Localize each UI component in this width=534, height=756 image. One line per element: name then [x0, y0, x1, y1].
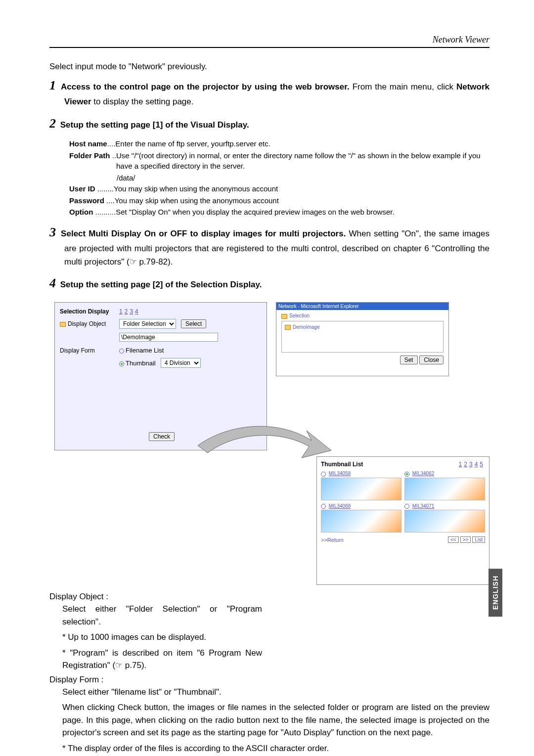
thumbnail-list-title: Thumbnail List: [321, 461, 363, 468]
display-form-head: Display Form :: [49, 675, 490, 685]
folder-icon: [281, 314, 287, 319]
select-button[interactable]: Select: [181, 319, 206, 328]
language-tab: ENGLISH: [489, 569, 502, 617]
thumb-image: [321, 478, 401, 500]
folder-icon: [60, 322, 66, 327]
selection-display-label: Selection Display: [60, 308, 114, 315]
user-id-val: You may skip when using the anonymous ac…: [114, 183, 278, 194]
check-paragraph: When clicking Check button, the images o…: [49, 701, 490, 739]
step-4-bold: Setup the setting page [2] of the Select…: [60, 280, 262, 289]
figure-area: Selection Display 1234 Display Object Fo…: [54, 302, 490, 585]
thumbnail-division-dropdown[interactable]: 4 Division: [161, 358, 201, 368]
step-2-bold: Setup the setting page [1] of the Visual…: [60, 120, 249, 130]
popup-titlebar: Network - Microsoft Internet Explorer: [276, 303, 448, 310]
folder-path-val: Use "/"(root directory) in normal, or en…: [116, 150, 490, 172]
thumb-image: [404, 510, 485, 533]
step-1: 1 Access to the control page on the proj…: [49, 76, 490, 109]
display-object-label: Display Object: [60, 320, 114, 327]
step-1-rest2: to display the setting page.: [93, 97, 193, 106]
thumb-item[interactable]: MIL34062: [404, 471, 485, 500]
user-id-term: User ID ........: [69, 183, 114, 194]
folder-path-extra: /data/: [69, 173, 490, 183]
popup-tab: Selection: [289, 313, 310, 318]
thumbnail-radio[interactable]: Thumbnail: [119, 359, 156, 367]
prev-button[interactable]: <<: [448, 536, 459, 543]
step-1-number: 1: [49, 78, 56, 92]
next-button[interactable]: >>: [460, 536, 471, 543]
page-links[interactable]: 1234: [119, 308, 140, 315]
step-2: 2 Setup the setting page [1] of the Visu…: [49, 114, 490, 133]
list-button[interactable]: List: [472, 536, 485, 543]
display-object-head: Display Object :: [49, 592, 490, 602]
step-1-bold: Access to the control page on the projec…: [61, 82, 350, 91]
popup-close-button[interactable]: Close: [419, 356, 444, 364]
thumb-item[interactable]: MIL34071: [404, 503, 485, 533]
step-3-number: 3: [49, 225, 56, 239]
thumb-image: [404, 478, 485, 500]
filename-list-radio[interactable]: Filename List: [119, 347, 164, 354]
host-name-val: Enter the name of ftp server, yourftp.se…: [115, 138, 270, 149]
folder-selection-dropdown[interactable]: Folder Selection: [119, 319, 176, 329]
thumb-item[interactable]: MIL34058: [321, 471, 401, 500]
option-term: Option ..........: [69, 207, 116, 218]
thumb-page-links[interactable]: 12345: [459, 461, 485, 468]
header-rule: [49, 47, 490, 48]
header-title: Network Viewer: [49, 35, 490, 45]
popup-folder-item[interactable]: DemoImage: [285, 324, 440, 330]
step-4: 4 Setup the setting page [2] of the Sele…: [49, 273, 490, 293]
popup-set-button[interactable]: Set: [400, 356, 418, 364]
display-object-l2: * Up to 1000 images can be displayed.: [49, 631, 262, 644]
display-object-l3: * "Program" is described on item "6 Prog…: [49, 647, 262, 672]
host-name-term: Host name....: [69, 138, 115, 149]
folder-icon: [285, 325, 291, 330]
ie-popup-panel: Network - Microsoft Internet Explorer Se…: [276, 302, 449, 376]
step-2-number: 2: [49, 116, 56, 131]
display-form-l1: Select either "filename list" or "Thumbn…: [49, 686, 490, 699]
password-val: You may skip when using the anonymous ac…: [115, 195, 279, 206]
thumb-image: [321, 510, 401, 533]
password-term: Password ....: [69, 195, 115, 206]
folder-path-term: Folder Path ..: [69, 150, 116, 172]
display-form-label: Display Form: [60, 347, 114, 354]
step-3: 3 Select Multi Display On or OFF to disp…: [49, 222, 490, 268]
ascii-note: * The display order of the files is acco…: [49, 742, 490, 755]
step-1-rest: From the main menu, click: [353, 82, 456, 91]
check-button[interactable]: Check: [149, 432, 175, 441]
return-link[interactable]: >>Return: [321, 537, 344, 543]
selection-display-panel: Selection Display 1234 Display Object Fo…: [54, 302, 267, 450]
step-4-number: 4: [49, 276, 56, 290]
option-val: Set "Display On" when you display the ac…: [116, 207, 394, 218]
intro-text: Select input mode to "Network" previousl…: [49, 62, 490, 72]
display-object-l1: Select either "Folder Selection" or "Pro…: [49, 603, 262, 628]
path-input[interactable]: [119, 333, 218, 342]
thumbnail-list-panel: Thumbnail List 12345 MIL34058 MIL34062 M…: [316, 456, 490, 585]
thumb-item[interactable]: MIL34068: [321, 503, 401, 533]
step-3-bold: Select Multi Display On or OFF to displa…: [61, 229, 346, 238]
definition-list: Host name....Enter the name of ftp serve…: [49, 138, 490, 218]
